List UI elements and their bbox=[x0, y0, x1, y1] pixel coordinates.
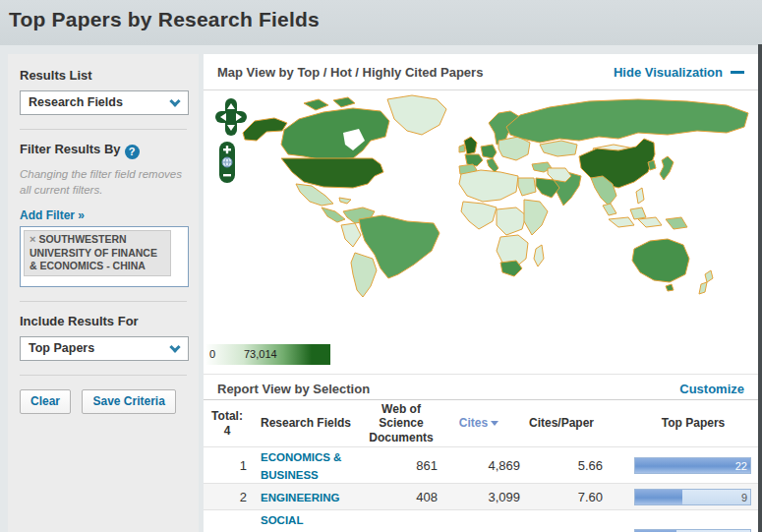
customize-link[interactable]: Customize bbox=[679, 382, 744, 396]
include-results-dropdown[interactable]: Top Papers bbox=[20, 336, 189, 361]
wos-documents-value: 861 bbox=[365, 458, 438, 473]
col-top-papers: Top Papers bbox=[634, 416, 752, 430]
save-criteria-button[interactable]: Save Criteria bbox=[82, 389, 175, 414]
map-country-greenland[interactable] bbox=[387, 95, 446, 135]
map-country-indonesia[interactable] bbox=[638, 217, 662, 227]
map-country-peru[interactable] bbox=[341, 223, 361, 247]
include-results-label: Include Results For bbox=[20, 314, 187, 328]
map-country-new-zealand[interactable] bbox=[705, 270, 713, 282]
world-map: 0 73,014 bbox=[204, 90, 758, 356]
map-country-philippines[interactable] bbox=[636, 188, 644, 204]
map-arctic-island[interactable] bbox=[333, 97, 355, 107]
map-country-egypt[interactable] bbox=[518, 178, 536, 196]
map-pan-control[interactable] bbox=[215, 98, 247, 136]
cites-per-paper-value: 5.66 bbox=[520, 458, 603, 473]
hide-visualization-link[interactable]: Hide Visualization bbox=[614, 65, 744, 80]
results-list-label: Results List bbox=[20, 68, 187, 83]
page-title: Top Papers by Research Fields bbox=[9, 8, 320, 31]
window-edge bbox=[758, 44, 762, 532]
table-row: 2 ENGINEERING 408 3,099 7.60 9 bbox=[204, 483, 758, 509]
map-view-title: Map View by Top / Hot / Highly Cited Pap… bbox=[217, 65, 483, 80]
chevron-down-icon bbox=[169, 341, 180, 352]
filter-by-label: Filter Results By? bbox=[20, 142, 187, 159]
map-country-france[interactable] bbox=[465, 154, 483, 166]
active-filters-box: ×SOUTHWESTERN UNIVERSITY OF FINANCE & EC… bbox=[20, 226, 189, 287]
map-country-canada[interactable] bbox=[281, 108, 389, 160]
map-country-new-zealand[interactable] bbox=[699, 282, 707, 294]
col-wos-documents: Web of Science Documents bbox=[365, 402, 438, 444]
col-research-fields: Research Fields bbox=[261, 416, 365, 430]
map-country-australia[interactable] bbox=[632, 239, 689, 282]
map-region-central-africa[interactable] bbox=[497, 207, 526, 235]
map-country-madagascar[interactable] bbox=[534, 245, 544, 266]
include-results-value: Top Papers bbox=[29, 341, 94, 355]
map-island-tasmania[interactable] bbox=[666, 284, 674, 291]
report-view-title: Report View by Selection bbox=[217, 382, 370, 396]
total-count: Total:4 bbox=[204, 409, 251, 438]
map-country-russia[interactable] bbox=[506, 99, 748, 143]
results-list-value: Research Fields bbox=[29, 95, 123, 109]
chevron-down-icon bbox=[169, 95, 180, 106]
map-country-kazakhstan[interactable] bbox=[540, 141, 577, 156]
map-country-alaska[interactable] bbox=[243, 118, 287, 141]
field-link[interactable]: SOCIAL SCIENCES, GENERAL bbox=[261, 514, 322, 532]
map-country-cuba[interactable] bbox=[339, 198, 351, 204]
minus-icon bbox=[731, 71, 744, 74]
scale-max-label: 73,014 bbox=[244, 348, 277, 360]
map-region-north-africa[interactable] bbox=[459, 170, 518, 202]
add-filter-link[interactable]: Add Filter » bbox=[20, 208, 85, 222]
field-link[interactable]: ENGINEERING bbox=[261, 492, 340, 503]
map-region-east-africa[interactable] bbox=[524, 200, 548, 235]
filter-chip-label: SOUTHWESTERN UNIVERSITY OF FINANCE & ECO… bbox=[29, 233, 157, 271]
map-country-germany[interactable] bbox=[481, 145, 497, 158]
field-link[interactable]: ECONOMICS & BUSINESS bbox=[261, 451, 341, 481]
col-cites-per-paper: Cites/Paper bbox=[520, 416, 603, 430]
map-arctic-island[interactable] bbox=[304, 99, 328, 110]
scale-min-label: 0 bbox=[209, 348, 215, 360]
map-country-japan[interactable] bbox=[660, 156, 674, 180]
top-papers-bar: 22 bbox=[634, 457, 751, 474]
col-cites[interactable]: Cites bbox=[438, 416, 520, 430]
criteria-sidebar: Results List Research Fields Filter Resu… bbox=[8, 54, 199, 532]
map-country-argentina[interactable] bbox=[351, 253, 377, 297]
row-rank: 1 bbox=[207, 458, 247, 473]
map-country-ireland[interactable] bbox=[459, 145, 465, 152]
map-region-central-america[interactable] bbox=[322, 207, 345, 222]
top-papers-value: 22 bbox=[735, 460, 747, 472]
map-country-uk[interactable] bbox=[464, 137, 477, 154]
help-icon[interactable]: ? bbox=[125, 145, 140, 159]
map-zoom-control[interactable] bbox=[218, 141, 236, 184]
main-panel: Map View by Top / Hot / Highly Cited Pap… bbox=[204, 54, 758, 532]
filter-chip[interactable]: ×SOUTHWESTERN UNIVERSITY OF FINANCE & EC… bbox=[24, 230, 171, 276]
divider bbox=[20, 129, 187, 130]
map-region-west-africa[interactable] bbox=[461, 202, 497, 229]
map-country-indonesia[interactable] bbox=[609, 217, 634, 227]
wos-documents-value: 408 bbox=[365, 490, 438, 504]
map-country-korea[interactable] bbox=[648, 160, 656, 170]
remove-filter-icon[interactable]: × bbox=[29, 233, 35, 245]
map-region-eastern-europe[interactable] bbox=[498, 137, 530, 160]
sort-desc-icon bbox=[491, 421, 498, 426]
table-header-row: Total:4 Research Fields Web of Science D… bbox=[204, 400, 758, 446]
results-list-dropdown[interactable]: Research Fields bbox=[20, 90, 189, 115]
cites-value: 4,869 bbox=[438, 458, 520, 473]
map-country-italy[interactable] bbox=[487, 158, 498, 172]
cites-value: 3,099 bbox=[438, 490, 520, 504]
row-rank: 2 bbox=[207, 490, 247, 504]
divider bbox=[20, 301, 187, 302]
zoom-out-icon bbox=[223, 174, 231, 176]
page-header: Top Papers by Research Fields bbox=[0, 0, 762, 45]
divider bbox=[20, 375, 187, 376]
choropleth-scale: 0 73,014 bbox=[206, 344, 330, 365]
clear-button[interactable]: Clear bbox=[20, 389, 71, 414]
choropleth-map[interactable] bbox=[205, 86, 756, 349]
map-island-borneo[interactable] bbox=[630, 207, 646, 219]
map-country-usa[interactable] bbox=[281, 158, 383, 188]
filter-note: Changing the filter field removes all cu… bbox=[20, 167, 187, 198]
top-papers-bar: 9 bbox=[634, 489, 751, 505]
map-island-new-guinea[interactable] bbox=[666, 217, 687, 229]
cites-per-paper-value: 7.60 bbox=[520, 490, 603, 504]
map-country-malaysia[interactable] bbox=[603, 204, 616, 215]
results-table: Total:4 Research Fields Web of Science D… bbox=[204, 400, 758, 532]
table-row: 1 ECONOMICS & BUSINESS 861 4,869 5.66 22 bbox=[204, 446, 758, 483]
